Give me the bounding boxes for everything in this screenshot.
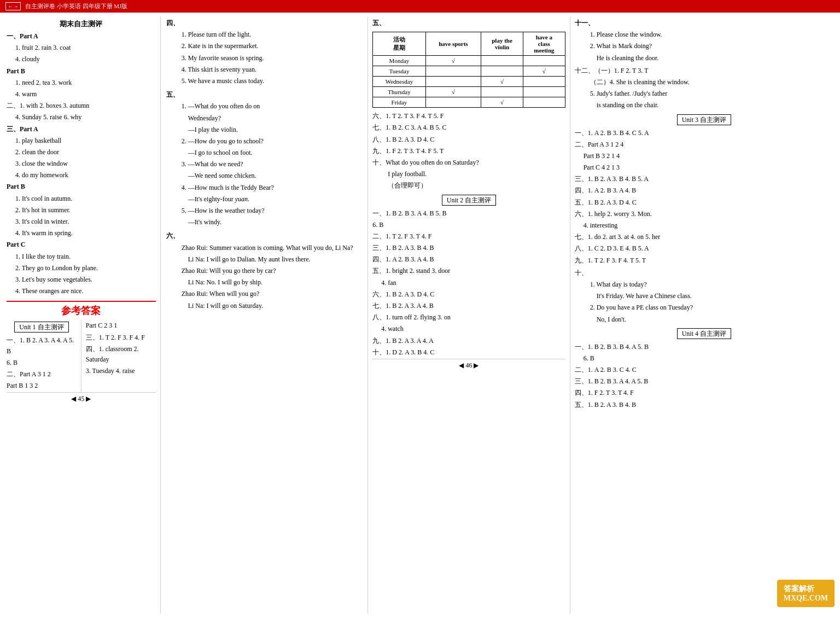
part3c-item2: 2. They go to London by plane. (15, 263, 156, 273)
q5-q1: 1. —What do you often do on (182, 101, 363, 112)
u3-ans-1: 二、Part A 3 1 2 4 (575, 139, 833, 150)
u2-ans-10: 4. watch (381, 324, 565, 334)
ans-qi: 七、1. B 2. C 3. A 4. B 5. C (372, 123, 565, 133)
watermark: 答案解析MXQE.COM (777, 580, 835, 607)
u3-ans-11: 九、1. T 2. F 3. F 4. T 5. T (575, 255, 833, 266)
unit3-title: Unit 3 自主测评 (677, 114, 731, 125)
right-column: 十一、 1. Please close the window. 2. What … (570, 17, 838, 614)
ans-jiu: 九、1. F 2. T 3. T 4. F 5. T (372, 146, 565, 156)
q5-q4: 4. —How much is the Teddy Bear? (182, 183, 363, 193)
answer-right: Part C 2 3 1 三、1. T 2. F 3. F 4. F 四、1. … (81, 319, 156, 392)
q4-item2: 2. Kate is in the supermarket. (182, 41, 363, 51)
u4-ans-3: 三、1. B 2. B 3. A 4. A 5. B (575, 376, 833, 387)
q12-item3: is standing on the chair. (597, 100, 833, 110)
ans-shi-a1: I play football. (388, 169, 565, 179)
book-title: 自主测评卷 小学英语 四年级下册 MJ版 (25, 2, 127, 10)
u1-ans-3: 二、Part A 3 1 2 (7, 369, 77, 380)
part1-item2: 4. cloudy (15, 54, 156, 65)
q5-q2: 2. —How do you go to school? (182, 136, 363, 147)
answer-left: Unit 1 自主测评 一、1. B 2. A 3. A 4. A 5. B 6… (7, 319, 81, 392)
q12-item2: 5. Judy's father. /Judy's father (590, 89, 833, 99)
top-bar: ←→ 自主测评卷 小学英语 四年级下册 MJ版 (0, 0, 840, 13)
u1-ans-2: 6. B (7, 358, 77, 368)
table-cell-day: Friday (373, 97, 426, 108)
table-cell-sports (425, 66, 481, 77)
unit2-title-center: Unit 2 自主测评 (372, 196, 565, 205)
page-num-left: ◀ 45 ▶ (7, 392, 156, 405)
table-cell-violin (481, 56, 523, 66)
u2-ans-4: 四、1. A 2. B 3. A 4. B (372, 254, 565, 265)
u1-san: 三、1. T 2. F 3. F 4. F (86, 333, 156, 343)
q10-label: 十、 (575, 268, 833, 278)
q5-label: 五、 (166, 90, 363, 100)
u4-ans-2: 二、1. A 2. B 3. C 4. C (575, 365, 833, 375)
u3-ans-6: 五、1. B 2. A 3. D 4. C (575, 197, 833, 208)
q5-a3: —We need some chicken. (188, 171, 363, 181)
part3-item1: 1. play basketball (15, 136, 156, 146)
q10-item3: 2. Do you have a PE class on Tuesday? (590, 302, 833, 313)
u1-partc-label: Part C 2 3 1 (86, 320, 156, 331)
table-row: Tuesday √ (373, 66, 565, 77)
part3b-label: Part B (7, 182, 156, 192)
table-header-violin: play theviolin (481, 32, 523, 56)
table-header-meeting: have aclassmeeting (523, 32, 565, 56)
part3b-item1: 1. It's cool in autumn. (15, 194, 156, 204)
u3-ans-2: Part B 3 2 1 4 (584, 151, 833, 161)
unit4-title: Unit 4 自主测评 (677, 328, 731, 339)
u3-ans-5: 四、1. A 2. B 3. A 4. B (575, 185, 833, 196)
part3-label: 三、Part A (7, 124, 156, 135)
q6-text: Zhao Rui: Summer vacation is coming. Wha… (182, 243, 363, 253)
table-cell-meeting (523, 97, 565, 108)
table-cell-meeting (523, 87, 565, 97)
unit2-title: Unit 2 自主测评 (442, 195, 496, 206)
u1-ans-1: 一、1. B 2. A 3. A 4. A 5. B (7, 335, 77, 356)
q5-q3: 3. —What do we need? (182, 159, 363, 170)
u3-ans-10: 八、1. C 2. D 3. E 4. B 5. A (575, 243, 833, 254)
answer-key-title: 参考答案 (7, 304, 156, 317)
part1b-item2: 4. warm (15, 89, 156, 100)
unit1-title: Unit 1 自主测评 (14, 322, 68, 333)
table-cell-day: Tuesday (373, 66, 426, 77)
part3b-item4: 4. It's warm in spring. (15, 228, 156, 238)
u2-ans-12: 十、1. D 2. A 3. B 4. C (372, 347, 565, 358)
u4-ans-5: 五、1. B 2. A 3. B 4. B (575, 400, 833, 410)
part3c-item4: 4. These oranges are nice. (15, 286, 156, 296)
u4-ans-4: 四、1. F 2. T 3. T 4. F (575, 388, 833, 398)
u1-si2: 3. Tuesday 4. raise (86, 366, 156, 376)
part1b-label: Part B (7, 66, 156, 77)
part3c-item1: 1. I like the toy train. (15, 252, 156, 262)
table-cell-meeting (523, 56, 565, 66)
table-cell-violin (481, 87, 523, 97)
q5-a4: —It's eighty-four yuan. (188, 194, 363, 205)
q5-a2: —I go to school on foot. (188, 148, 363, 158)
q4-item1: 1. Please turn off the light. (182, 30, 363, 40)
part3-item4: 4. do my homework (15, 170, 156, 180)
q12-item1: （二）4. She is cleaning the window. (590, 77, 833, 88)
q5-q1b: Wednesday? (188, 113, 363, 124)
answer-divider (7, 301, 156, 302)
u3-ans-0: 一、1. A 2. B 3. B 4. C 5. A (575, 128, 833, 138)
part3c-item3: 3. Let's buy some vegetables. (15, 275, 156, 285)
q5-a1: —I play the violin. (188, 125, 363, 135)
q5-q5: 5. —How is the weather today? (182, 206, 363, 216)
table-cell-sports (425, 77, 481, 87)
part3b-item2: 2. It's hot in summer. (15, 205, 156, 215)
unit3-title-center: Unit 3 自主测评 (575, 115, 833, 125)
u2-ans-8: 七、1. B 2. A 3. A 4. B (372, 301, 565, 311)
u2-ans-5: 五、1. bright 2. stand 3. door (372, 266, 565, 276)
u1-si: 四、1. classroom 2. Saturday (86, 344, 156, 365)
table-cell-day: Thursday (373, 87, 426, 97)
u3-ans-4: 三、1. B 2. A 3. B 4. B 5. A (575, 174, 833, 184)
u3-ans-7: 六、1. help 2. worry 3. Mon. (575, 209, 833, 219)
q6-d1: Li Na: I will go to Dalian. My aunt live… (188, 254, 363, 265)
q6-d5: Li Na: I will go on Saturday. (188, 301, 363, 311)
unit1-title-center: Unit 1 自主测评 (7, 323, 77, 332)
ans-shi-a2: （合理即可） (388, 180, 565, 191)
q10-item4: No, I don't. (597, 314, 833, 325)
table-row: Friday √ (373, 97, 565, 108)
table-cell-violin: √ (481, 97, 523, 108)
q4-item3: 3. My favorite season is spring. (182, 53, 363, 63)
main-content: 期末自主测评 一、Part A 1. fruit 2. rain 3. coat… (0, 13, 840, 618)
part3c-label: Part C (7, 240, 156, 250)
u2-ans-9: 八、1. turn off 2. flying 3. on (372, 312, 565, 323)
